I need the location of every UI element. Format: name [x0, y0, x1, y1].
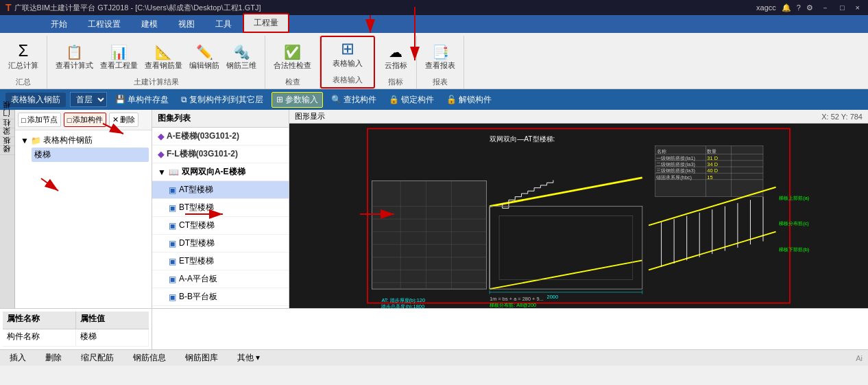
- ct-label: CT型楼梯: [179, 220, 215, 231]
- param-input-btn[interactable]: ⊞ 参数输入: [272, 92, 323, 108]
- check-steel-btn[interactable]: 📐 查看钢筋量: [142, 43, 185, 73]
- svg-rect-21: [372, 180, 487, 289]
- find-component-btn[interactable]: 🔍 查找构件: [327, 93, 381, 107]
- bottom-bar: 插入 删除 缩尺配筋 钢筋信息 钢筋图库 其他 ▾ Ai: [0, 349, 868, 366]
- sidebar-item-men[interactable]: 门: [0, 119, 14, 128]
- diagram-item-et[interactable]: ▣ ET型楼梯: [152, 253, 289, 270]
- edit-steel-btn[interactable]: ✏️ 编辑钢筋: [186, 43, 222, 73]
- left-sidebar: 模 门 柱 梁 板 楼: [0, 110, 15, 308]
- copy-component-btn[interactable]: ⧉ 复制构件列到其它层: [177, 93, 267, 107]
- page-info: Ai: [856, 354, 863, 362]
- diagram-item-ct[interactable]: ▣ CT型楼梯: [152, 217, 289, 235]
- stair-node-label: 楼梯: [34, 149, 51, 161]
- app-logo: T: [5, 2, 12, 13]
- props-row1-value: 楼梯: [76, 329, 149, 347]
- svg-text:踏步总高度(h):1800: 踏步总高度(h):1800: [381, 303, 424, 308]
- diagram-item-bt[interactable]: ▣ BT型楼梯: [152, 199, 289, 217]
- diagram-item-at[interactable]: ▣ AT型楼梯: [152, 181, 289, 199]
- tree-node-stair[interactable]: 楼梯: [32, 148, 149, 162]
- diagram-item-bb[interactable]: ▣ B-B平台板: [152, 288, 289, 306]
- add-component-btn[interactable]: □ 添加构件: [64, 113, 107, 127]
- tree-root-label: 表格构件钢筋: [43, 135, 93, 146]
- tab-quantity[interactable]: 工程量: [243, 13, 289, 33]
- diagram-item-aa[interactable]: ▣ A-A平台板: [152, 270, 289, 288]
- props-col2-header: 属性值: [76, 312, 149, 329]
- tab-project-settings[interactable]: 工程设置: [78, 16, 130, 33]
- sidebar-item-lou[interactable]: 楼: [0, 154, 14, 163]
- param-icon: ⊞: [276, 95, 283, 104]
- svg-text:一级钢筋搭接(la1): 一级钢筋搭接(la1): [656, 155, 695, 161]
- param-input-label: 参数输入: [285, 94, 318, 106]
- svg-text:AT: 踏步厚度(b):120: AT: 踏步厚度(b):120: [381, 297, 425, 303]
- bottom-delete-btn[interactable]: 删除: [41, 351, 66, 364]
- steel-3d-btn[interactable]: 🔩 钢筋三维: [224, 43, 259, 73]
- insert-label: 插入: [10, 352, 26, 364]
- tab-modeling[interactable]: 建模: [132, 16, 167, 33]
- index-buttons: ☁ 云指标: [381, 36, 411, 75]
- quality-check-btn[interactable]: ✅ 合法性检查: [271, 43, 314, 73]
- dual-ae-icon: 📖: [169, 167, 179, 177]
- steel-view-icon: 📐: [155, 45, 172, 59]
- edit-steel-label: 编辑钢筋: [189, 60, 219, 71]
- check-group-label: 检查: [285, 75, 300, 89]
- total-calc-btn[interactable]: Σ 汇总计算: [5, 40, 41, 73]
- table-input-btn[interactable]: ⊞ 表格输入: [330, 38, 365, 71]
- et-label: ET型楼梯: [179, 255, 214, 267]
- minimize-btn[interactable]: －: [819, 3, 832, 13]
- diagram-item-dual-fl[interactable]: ◆ 双网双向F-L楼梯: [152, 306, 289, 308]
- add-node-icon: □: [21, 116, 26, 124]
- maximize-btn[interactable]: □: [837, 3, 847, 12]
- formula-icon: 📋: [66, 45, 83, 59]
- bottom-steel-lib-btn[interactable]: 钢筋图库: [181, 351, 222, 364]
- add-node-btn[interactable]: □ 添加节点: [18, 113, 61, 127]
- bottom-scale-btn[interactable]: 缩尺配筋: [77, 351, 118, 364]
- find-component-label: 查找构件: [343, 94, 376, 106]
- ribbon-group-civil: 📋 查看计算式 📊 查看工程量 📐 查看钢筋量 ✏️ 编辑钢筋 🔩 钢筋三维 土…: [47, 36, 265, 89]
- diagram-item-ae[interactable]: ◆ A-E楼梯(03G101-2): [152, 128, 289, 145]
- sidebar-item-mo[interactable]: 模: [0, 110, 14, 119]
- tree-panel: □ 添加节点 □ 添加构件 ✕ 删除 ▼ 📁 表格构件钢筋 楼梯: [15, 110, 152, 308]
- check-formula-btn[interactable]: 📋 查看计算式: [53, 43, 96, 73]
- tree-node-root[interactable]: ▼ 📁 表格构件钢筋: [18, 133, 149, 148]
- check-project-btn[interactable]: 📊 查看工程量: [97, 43, 141, 73]
- diagram-item-dt[interactable]: ▣ DT型楼梯: [152, 235, 289, 253]
- save-component-btn[interactable]: 💾 单构件存盘: [111, 93, 173, 107]
- ribbon-tabs: 开始 工程设置 建模 视图 工具 工程量: [0, 15, 868, 33]
- bb-label: B-B平台板: [179, 291, 217, 303]
- bottom-steel-info-btn[interactable]: 钢筋信息: [129, 351, 170, 364]
- delete-btn[interactable]: ✕ 删除: [109, 113, 138, 127]
- bottom-other-btn[interactable]: 其他 ▾: [233, 351, 264, 364]
- svg-text:2000: 2000: [547, 294, 558, 300]
- ae-label: A-E楼梯(03G101-2): [167, 130, 239, 142]
- 3d-icon: 🔩: [233, 45, 250, 59]
- lock-component-btn[interactable]: 🔒 锁定构件: [385, 93, 438, 107]
- svg-text:双网双向—AT型楼梯:: 双网双向—AT型楼梯:: [490, 135, 555, 143]
- at-icon: ▣: [169, 185, 176, 195]
- diagram-item-fl[interactable]: ◆ F-L楼梯(03G101-2): [152, 145, 289, 163]
- close-btn[interactable]: ×: [853, 3, 863, 12]
- view-report-btn[interactable]: 📑 查看报表: [422, 43, 458, 73]
- cloud-index-btn[interactable]: ☁ 云指标: [381, 43, 411, 73]
- lock-component-label: 锁定构件: [401, 94, 434, 106]
- tab-view[interactable]: 视图: [169, 16, 204, 33]
- tab-tools[interactable]: 工具: [206, 16, 241, 33]
- floor-select[interactable]: 首层 二层 三层: [70, 92, 107, 107]
- cloud-icon: ☁: [389, 45, 402, 59]
- tab-start[interactable]: 开始: [41, 16, 77, 33]
- bottom-insert-btn[interactable]: 插入: [5, 351, 30, 364]
- save-component-label: 单构件存盘: [128, 94, 169, 106]
- title-bar-right: xagcc 🔔 ? ⚙ － □ ×: [756, 3, 863, 13]
- sidebar-item-liang[interactable]: 梁: [0, 137, 14, 145]
- unlock-component-btn[interactable]: 🔓 解锁构件: [442, 93, 496, 107]
- sidebar-item-ban[interactable]: 板: [0, 145, 14, 154]
- table-input-label: 表格输入: [333, 58, 363, 69]
- svg-text:31 D: 31 D: [707, 155, 718, 161]
- bb-icon: ▣: [169, 292, 176, 302]
- props-empty: [152, 309, 868, 349]
- delete-icon: ✕: [112, 115, 119, 124]
- edit-icon: ✏️: [196, 45, 213, 59]
- check-buttons: ✅ 合法性检查: [271, 36, 314, 75]
- diagram-item-dual-ae[interactable]: ▼ 📖 双网双向A-E楼梯: [152, 163, 289, 181]
- diagram-display-title: 图形显示: [295, 111, 325, 121]
- sidebar-item-zhu[interactable]: 柱: [0, 128, 14, 137]
